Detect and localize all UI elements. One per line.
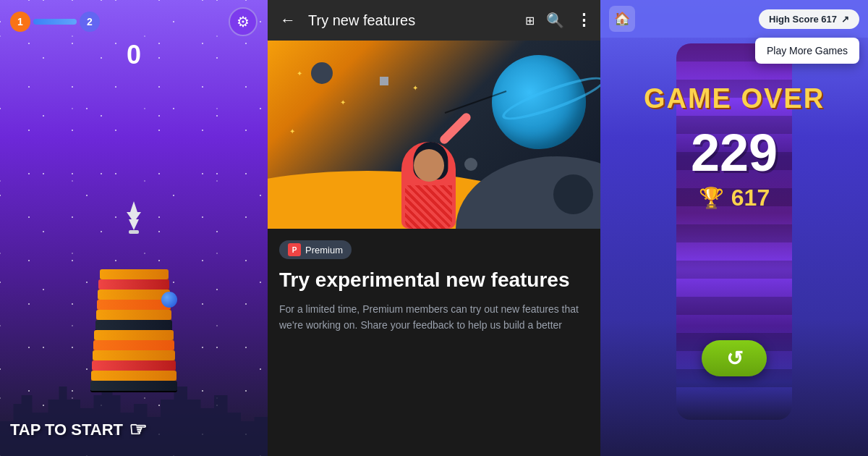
tower-slice xyxy=(98,279,169,290)
tower-slice xyxy=(96,310,171,320)
article-header-title: Try new features xyxy=(308,12,516,29)
player1-badge: 1 xyxy=(10,12,30,32)
tap-to-start[interactable]: TAP TO START ☞ xyxy=(10,418,147,442)
tower-stripe xyxy=(676,261,792,279)
article-content: P Premium Try experimental new features … xyxy=(268,229,600,456)
search-icon[interactable]: 🔍 xyxy=(546,12,564,29)
game-ball xyxy=(161,292,177,308)
gear-icon: ⚙ xyxy=(237,13,250,30)
svg-rect-1 xyxy=(129,230,139,234)
settings-button[interactable]: ⚙ xyxy=(229,7,258,36)
home-button[interactable]: 🏠 xyxy=(609,6,635,32)
tower-slice xyxy=(95,320,172,330)
play-more-label: Play More Games xyxy=(767,45,848,56)
svg-marker-0 xyxy=(127,201,141,230)
tower-slice xyxy=(90,381,177,391)
back-button[interactable]: ← xyxy=(276,11,299,30)
line-drawing xyxy=(268,41,600,229)
best-score-number: 617 xyxy=(731,185,770,211)
player2-badge: 2 xyxy=(80,12,100,32)
tower-slice xyxy=(94,330,174,340)
tower-stack xyxy=(90,269,177,391)
tower-slice xyxy=(91,371,176,381)
header-action-icons: ⊞ 🔍 ⋮ xyxy=(525,11,592,30)
premium-label: Premium xyxy=(305,245,343,256)
hand-cursor-icon: ☞ xyxy=(129,418,147,442)
game-score: 0 xyxy=(127,40,141,70)
home-icon: 🏠 xyxy=(614,11,630,27)
high-score-label: High Score 617 xyxy=(769,14,837,25)
high-score-button[interactable]: High Score 617 ↗ xyxy=(759,9,859,29)
game-header: 1 2 ⚙ xyxy=(0,0,268,43)
premium-icon: P xyxy=(288,243,301,256)
tower-stripe xyxy=(676,224,792,242)
tower-finial xyxy=(116,201,152,252)
score-display: 229 🏆 617 xyxy=(600,127,868,211)
tower-slice xyxy=(93,340,174,350)
article-hero-image: ✦ ✦ ✦ ✦ xyxy=(268,41,600,229)
svg-line-2 xyxy=(445,91,506,113)
share-icon: ↗ xyxy=(841,14,849,25)
gameover-header: 🏠 High Score 617 ↗ xyxy=(600,0,868,38)
article-panel: ← Try new features ⊞ 🔍 ⋮ ✦ ✦ ✦ ✦ xyxy=(268,0,600,456)
game-over-title: GAME OVER xyxy=(600,83,868,114)
score-badges: 1 2 xyxy=(10,12,100,32)
current-score: 229 xyxy=(600,127,868,179)
tower xyxy=(90,201,177,391)
trophy-icon: 🏆 xyxy=(699,186,724,210)
premium-badge: P Premium xyxy=(279,240,352,259)
tower-stripe xyxy=(676,297,792,315)
best-score-row: 🏆 617 xyxy=(600,185,868,211)
tower-slice xyxy=(100,269,169,279)
game-over-panel: 🏠 High Score 617 ↗ Play More Games GAME … xyxy=(600,0,868,456)
cast-icon[interactable]: ⊞ xyxy=(525,14,535,28)
game-panel-left: 1 2 ⚙ 0 xyxy=(0,0,268,456)
restart-icon: ↺ xyxy=(726,347,743,371)
play-more-popup[interactable]: Play More Games xyxy=(755,38,859,64)
tower-slice xyxy=(98,290,170,300)
article-heading: Try experimental new features xyxy=(279,268,589,292)
tower-slice xyxy=(93,350,175,360)
article-header: ← Try new features ⊞ 🔍 ⋮ xyxy=(268,0,600,41)
more-options-icon[interactable]: ⋮ xyxy=(576,11,592,30)
article-body-text: For a limited time, Premium members can … xyxy=(279,301,589,334)
progress-bar xyxy=(33,19,77,25)
tower-slice xyxy=(97,300,171,310)
restart-button[interactable]: ↺ xyxy=(702,340,767,376)
tower-slice xyxy=(92,360,176,371)
tap-label: TAP TO START xyxy=(10,421,123,439)
